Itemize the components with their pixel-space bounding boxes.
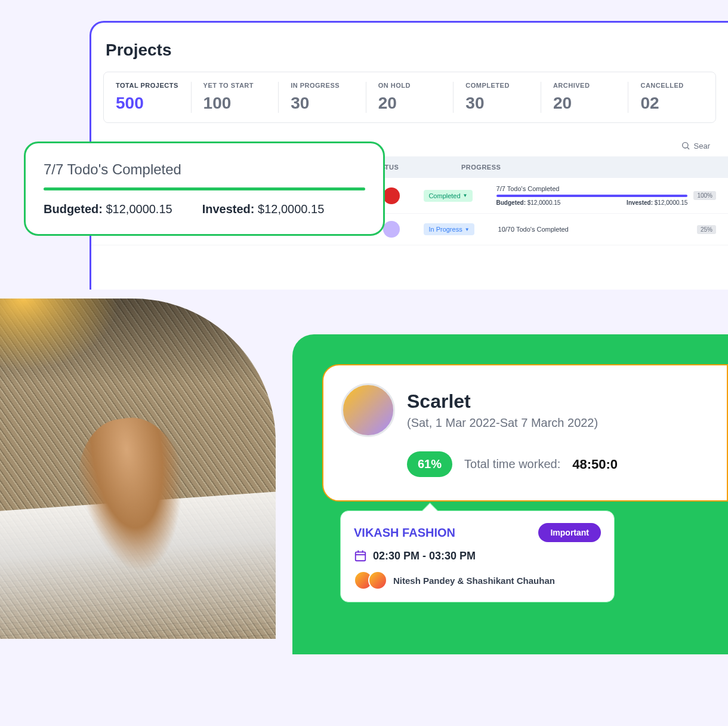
stat-in-progress[interactable]: IN PROGRESS 30 — [279, 82, 366, 113]
progress-bar — [496, 195, 688, 197]
status-text: Completed — [428, 192, 460, 199]
event-title: VIKASH FASHION — [354, 526, 455, 540]
percent-pill: 61% — [407, 451, 452, 477]
people-names: Nitesh Pandey & Shashikant Chauhan — [393, 576, 555, 586]
budgeted-value: $12,0000.15 — [528, 199, 561, 206]
time-label: Total time worked: — [464, 457, 560, 471]
search-placeholder: Sear — [694, 141, 710, 150]
client-logo — [383, 221, 400, 238]
chevron-down-icon: ▼ — [463, 193, 468, 198]
stat-label: COMPLETED — [465, 82, 529, 89]
progress-cell: 10/70 Todo's Completed 25% — [474, 225, 716, 234]
page-title: Projects — [91, 41, 728, 60]
stat-yet-to-start[interactable]: YET TO START 100 — [192, 82, 279, 113]
client-logo — [383, 187, 400, 204]
callout-progress-bar — [44, 187, 365, 190]
user-date-range: (Sat, 1 Mar 2022-Sat 7 March 2022) — [407, 416, 598, 430]
stat-value: 20 — [378, 94, 442, 113]
avatar — [368, 571, 387, 590]
stat-value: 30 — [465, 94, 529, 113]
people-avatars — [354, 571, 387, 590]
stat-value: 20 — [553, 94, 616, 113]
progress-text: 7/7 Todo's Completed — [496, 185, 688, 192]
stat-cancelled[interactable]: CANCELLED 02 — [628, 82, 715, 113]
percent-badge: 100% — [693, 191, 716, 200]
stat-label: YET TO START — [203, 82, 267, 89]
svg-point-0 — [682, 143, 687, 148]
user-card: Scarlet (Sat, 1 Mar 2022-Sat 7 March 202… — [322, 364, 728, 502]
percent-badge: 25% — [697, 225, 716, 234]
stats-row: TOTAL PROJECTS 500 YET TO START 100 IN P… — [103, 72, 716, 123]
svg-line-1 — [687, 147, 689, 149]
status-pill[interactable]: Completed ▼ — [424, 190, 472, 202]
todo-callout: 7/7 Todo's Completed Budgeted: $12,0000.… — [24, 141, 385, 236]
timesheet-panel: Scarlet (Sat, 1 Mar 2022-Sat 7 March 202… — [292, 334, 728, 654]
budgeted-value: $12,0000.15 — [106, 202, 172, 216]
stat-label: CANCELLED — [640, 82, 704, 89]
invested-value: $12,0000.15 — [655, 199, 688, 206]
progress-text: 10/70 Todo's Completed — [498, 226, 691, 233]
stat-on-hold[interactable]: ON HOLD 20 — [366, 82, 454, 113]
stat-label: ON HOLD — [378, 82, 442, 89]
stat-label: IN PROGRESS — [291, 82, 354, 89]
calendar-icon — [354, 549, 367, 562]
stat-completed[interactable]: COMPLETED 30 — [454, 82, 541, 113]
invested-label: Invested: — [202, 202, 255, 216]
stat-total[interactable]: TOTAL PROJECTS 500 — [104, 82, 192, 113]
col-progress: PROGRESS — [443, 164, 716, 171]
event-time-text: 02:30 PM - 03:30 PM — [373, 550, 476, 562]
search-icon — [681, 141, 690, 150]
invested-value: $12,0000.15 — [258, 202, 324, 216]
event-badge: Important — [538, 523, 601, 542]
user-avatar[interactable] — [341, 383, 395, 437]
time-value: 48:50:0 — [572, 457, 618, 472]
event-card[interactable]: VIKASH FASHION Important 02:30 PM - 03:3… — [340, 510, 615, 602]
status-pill[interactable]: In Progress ▼ — [424, 223, 474, 235]
stat-value: 30 — [291, 94, 354, 113]
stat-archived[interactable]: ARCHIVED 20 — [541, 82, 629, 113]
stat-label: TOTAL PROJECTS — [116, 82, 179, 89]
user-name: Scarlet — [407, 390, 598, 413]
status-text: In Progress — [428, 226, 462, 233]
stat-value: 500 — [116, 94, 179, 113]
progress-cell: 7/7 Todo's Completed Budgeted: $12,0000.… — [473, 185, 716, 206]
stat-value: 02 — [640, 94, 704, 113]
chevron-down-icon: ▼ — [465, 227, 470, 232]
svg-rect-2 — [356, 552, 366, 561]
budgeted-label: Budgeted: — [44, 202, 103, 216]
callout-title: 7/7 Todo's Completed — [44, 161, 365, 178]
hero-photo — [0, 299, 276, 639]
stat-label: ARCHIVED — [553, 82, 616, 89]
stat-value: 100 — [203, 94, 267, 113]
